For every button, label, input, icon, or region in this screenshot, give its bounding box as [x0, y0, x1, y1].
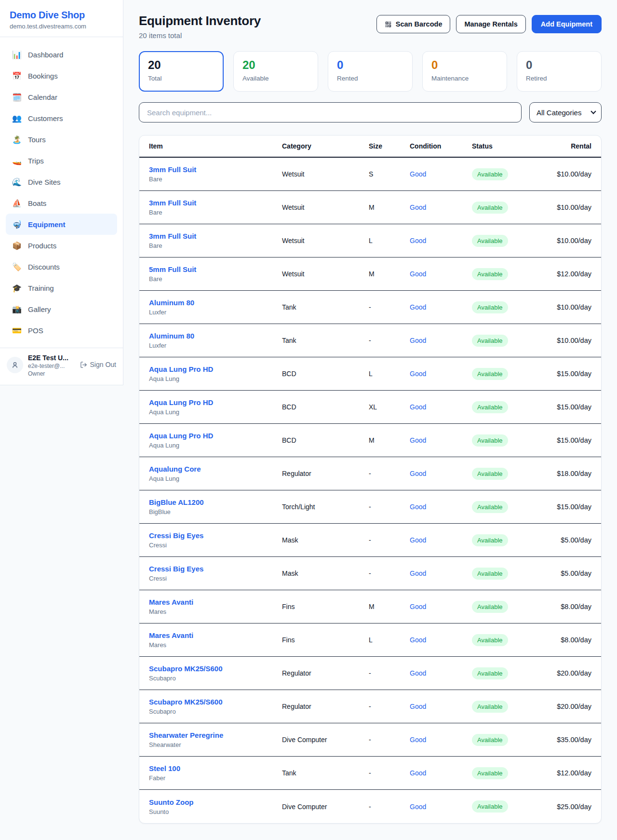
condition-cell: Good — [410, 336, 472, 345]
condition-link[interactable]: Good — [410, 736, 426, 744]
item-name-link[interactable]: 3mm Full Suit — [149, 199, 282, 207]
stat-label: Maintenance — [431, 75, 498, 82]
condition-link[interactable]: Good — [410, 203, 426, 211]
size-cell: S — [369, 170, 410, 178]
category-select[interactable]: All Categories — [529, 102, 602, 122]
table-header-row: ItemCategorySizeConditionStatusRental — [139, 135, 601, 158]
status-badge: Available — [472, 501, 508, 513]
stat-value: 20 — [148, 58, 215, 72]
item-name-link[interactable]: Scubapro MK25/S600 — [149, 698, 282, 706]
sidebar-item-boats[interactable]: ⛵Boats — [6, 192, 117, 214]
sidebar-item-equipment[interactable]: 🤿Equipment — [6, 214, 117, 235]
stat-card-available[interactable]: 20Available — [233, 51, 318, 92]
stat-card-rented[interactable]: 0Rented — [328, 51, 413, 92]
condition-link[interactable]: Good — [410, 270, 426, 278]
condition-link[interactable]: Good — [410, 503, 426, 511]
sidebar-item-bookings[interactable]: 📅Bookings — [6, 65, 117, 86]
condition-link[interactable]: Good — [410, 569, 426, 577]
search-input[interactable] — [139, 102, 522, 122]
condition-link[interactable]: Good — [410, 237, 426, 244]
status-badge: Available — [472, 534, 508, 546]
item-name-link[interactable]: Aqua Lung Pro HD — [149, 432, 282, 440]
table-row: Scubapro MK25/S600ScubaproRegulator-Good… — [139, 657, 601, 690]
sidebar-item-tours[interactable]: 🏝️Tours — [6, 129, 117, 150]
item-name-link[interactable]: Shearwater Peregrine — [149, 731, 282, 739]
table-row: Scubapro MK25/S600ScubaproRegulator-Good… — [139, 690, 601, 723]
condition-link[interactable]: Good — [410, 337, 426, 344]
condition-link[interactable]: Good — [410, 303, 426, 311]
status-badge: Available — [472, 301, 508, 313]
condition-cell: Good — [410, 569, 472, 578]
sidebar-item-training[interactable]: 🎓Training — [6, 277, 117, 298]
stat-card-maintenance[interactable]: 0Maintenance — [422, 51, 507, 92]
condition-link[interactable]: Good — [410, 636, 426, 644]
item-name-link[interactable]: Aqualung Core — [149, 465, 282, 473]
item-name-link[interactable]: Steel 100 — [149, 764, 282, 772]
sidebar-item-gallery[interactable]: 📸Gallery — [6, 298, 117, 320]
condition-link[interactable]: Good — [410, 803, 426, 811]
size-cell: - — [369, 803, 410, 811]
condition-link[interactable]: Good — [410, 436, 426, 444]
item-name-link[interactable]: Mares Avanti — [149, 598, 282, 606]
condition-link[interactable]: Good — [410, 170, 426, 178]
item-name-link[interactable]: Aqua Lung Pro HD — [149, 365, 282, 373]
condition-link[interactable]: Good — [410, 669, 426, 677]
item-brand: Luxfer — [149, 342, 282, 349]
condition-cell: Good — [410, 403, 472, 411]
size-cell: M — [369, 603, 410, 610]
rental-cell: $10.00/day — [555, 237, 591, 244]
sidebar-item-pos[interactable]: 💳POS — [6, 320, 117, 341]
item-name-link[interactable]: Aluminum 80 — [149, 332, 282, 340]
item-cell: Cressi Big EyesCressi — [149, 565, 282, 582]
add-equipment-label: Add Equipment — [541, 20, 592, 28]
item-name-link[interactable]: Suunto Zoop — [149, 798, 282, 806]
item-cell: BigBlue AL1200BigBlue — [149, 498, 282, 515]
sidebar-item-discounts[interactable]: 🏷️Discounts — [6, 256, 117, 277]
condition-link[interactable]: Good — [410, 403, 426, 411]
condition-link[interactable]: Good — [410, 370, 426, 378]
scan-barcode-button[interactable]: Scan Barcode — [376, 15, 451, 33]
status-badge: Available — [472, 468, 508, 480]
sidebar-item-label: Customers — [28, 114, 63, 122]
item-name-link[interactable]: BigBlue AL1200 — [149, 498, 282, 506]
item-name-link[interactable]: 3mm Full Suit — [149, 232, 282, 240]
manage-rentals-button[interactable]: Manage Rentals — [456, 15, 525, 33]
table-row: Aqua Lung Pro HDAqua LungBCDLGoodAvailab… — [139, 357, 601, 391]
stat-card-retired[interactable]: 0Retired — [517, 51, 602, 92]
condition-link[interactable]: Good — [410, 603, 426, 610]
condition-link[interactable]: Good — [410, 769, 426, 777]
sidebar-item-calendar[interactable]: 🗓️Calendar — [6, 86, 117, 108]
brand[interactable]: Demo Dive Shop demo.test.divestreams.com — [0, 7, 123, 37]
size-cell: - — [369, 669, 410, 677]
size-cell: L — [369, 237, 410, 244]
sidebar-item-dashboard[interactable]: 📊Dashboard — [6, 44, 117, 65]
condition-link[interactable]: Good — [410, 470, 426, 477]
column-header-status: Status — [472, 142, 555, 150]
category-cell: Dive Computer — [282, 803, 369, 811]
category-select-wrap: All Categories — [529, 102, 602, 122]
stat-card-total[interactable]: 20Total — [139, 51, 224, 92]
table-row: Aqualung CoreAqua LungRegulator-GoodAvai… — [139, 457, 601, 490]
item-name-link[interactable]: Cressi Big Eyes — [149, 531, 282, 540]
condition-link[interactable]: Good — [410, 703, 426, 710]
item-name-link[interactable]: Aluminum 80 — [149, 298, 282, 307]
item-name-link[interactable]: 3mm Full Suit — [149, 165, 282, 174]
condition-cell: Good — [410, 170, 472, 178]
item-name-link[interactable]: Scubapro MK25/S600 — [149, 664, 282, 673]
sidebar-item-customers[interactable]: 👥Customers — [6, 108, 117, 129]
add-equipment-button[interactable]: Add Equipment — [532, 15, 602, 33]
brand-name: Demo Dive Shop — [10, 10, 113, 21]
sidebar-item-products[interactable]: 📦Products — [6, 235, 117, 256]
sidebar-item-trips[interactable]: 🚤Trips — [6, 150, 117, 171]
item-name-link[interactable]: Mares Avanti — [149, 631, 282, 639]
sign-out-button[interactable]: Sign Out — [80, 361, 116, 368]
sidebar-item-label: Bookings — [28, 72, 58, 80]
item-name-link[interactable]: 5mm Full Suit — [149, 265, 282, 273]
condition-link[interactable]: Good — [410, 536, 426, 544]
sidebar-item-dive-sites[interactable]: 🌊Dive Sites — [6, 171, 117, 192]
item-name-link[interactable]: Cressi Big Eyes — [149, 565, 282, 573]
item-name-link[interactable]: Aqua Lung Pro HD — [149, 398, 282, 406]
item-brand: Suunto — [149, 808, 282, 815]
user-role: Owner — [28, 370, 75, 377]
table-row: Aqua Lung Pro HDAqua LungBCDXLGoodAvaila… — [139, 391, 601, 424]
